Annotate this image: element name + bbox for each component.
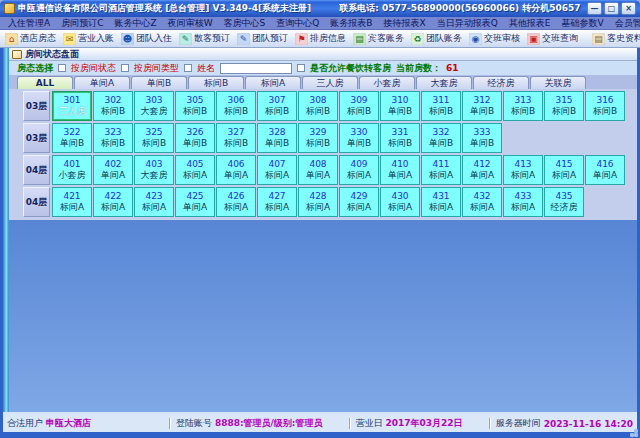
room-cell-401[interactable]: 401小套房 — [52, 155, 92, 185]
交班查询-button[interactable]: ▣交班查询 — [527, 32, 578, 45]
by-status-checkbox[interactable] — [58, 64, 66, 72]
交班审核-button[interactable]: ◉交班审核 — [469, 32, 520, 45]
room-cell-403[interactable]: 403大套房 — [134, 155, 174, 185]
room-cell-307[interactable]: 307标间B — [257, 91, 297, 121]
menu-item[interactable]: 入住管理A — [8, 17, 50, 30]
客史资料-button[interactable]: ▤客史资料 — [592, 32, 640, 45]
room-cell-402[interactable]: 402单间A — [93, 155, 133, 185]
room-cell-405[interactable]: 405标间A — [175, 155, 215, 185]
room-cell-305[interactable]: 305标间B — [175, 91, 215, 121]
minimize-button[interactable]: — — [587, 2, 602, 15]
room-cell-426[interactable]: 426标间A — [216, 187, 256, 217]
allow-dining-checkbox[interactable] — [297, 64, 305, 72]
room-type: 标间A — [265, 170, 289, 181]
room-cell-328[interactable]: 328单间B — [257, 123, 297, 153]
room-cell-303[interactable]: 303大套房 — [134, 91, 174, 121]
menu-item[interactable]: 账务中心Z — [114, 17, 156, 30]
menu-item[interactable]: 当日异动报表Q — [437, 17, 498, 30]
room-type-tab-小套房[interactable]: 小套房 — [359, 76, 415, 89]
room-cell-422[interactable]: 422标间A — [93, 187, 133, 217]
room-type-tab-经济房[interactable]: 经济房 — [473, 76, 529, 89]
room-type-tab-ALL[interactable]: ALL — [17, 76, 73, 89]
团队预订-button[interactable]: ✎团队预订 — [237, 32, 288, 45]
room-cell-406[interactable]: 406单间A — [216, 155, 256, 185]
room-cell-323[interactable]: 323标间B — [93, 123, 133, 153]
menu-item[interactable]: 夜间审核W — [168, 17, 213, 30]
room-cell-431[interactable]: 431标间A — [421, 187, 461, 217]
room-cell-308[interactable]: 308标间B — [298, 91, 338, 121]
menu-item[interactable]: 客房中心S — [224, 17, 266, 30]
name-checkbox[interactable] — [184, 64, 192, 72]
room-cell-332[interactable]: 332单间B — [421, 123, 461, 153]
guest-name-input[interactable] — [220, 63, 292, 74]
room-cell-416[interactable]: 416单间A — [585, 155, 625, 185]
room-cell-309[interactable]: 309标间B — [339, 91, 379, 121]
room-cell-408[interactable]: 408单间A — [298, 155, 338, 185]
营业入账-button[interactable]: ✉营业入账 — [63, 32, 114, 45]
maximize-button[interactable]: □ — [604, 2, 619, 15]
room-cell-333[interactable]: 333单间B — [462, 123, 502, 153]
room-cell-325[interactable]: 325标间B — [134, 123, 174, 153]
room-cell-433[interactable]: 433标间A — [503, 187, 543, 217]
room-cell-315[interactable]: 315标间B — [544, 91, 584, 121]
menu-item[interactable]: 基础参数V — [562, 17, 604, 30]
room-cell-409[interactable]: 409标间A — [339, 155, 379, 185]
room-board-tab[interactable]: 房间状态盘面 — [9, 48, 637, 61]
room-cell-423[interactable]: 423标间A — [134, 187, 174, 217]
room-cell-413[interactable]: 413标间A — [503, 155, 543, 185]
room-cell-331[interactable]: 331标间B — [380, 123, 420, 153]
room-number: 328 — [268, 127, 285, 138]
room-cell-312[interactable]: 312单间B — [462, 91, 502, 121]
room-cell-407[interactable]: 407标间A — [257, 155, 297, 185]
团队入住-button[interactable]: ☻团队入住 — [121, 32, 172, 45]
menu-item[interactable]: 会员管理E — [615, 17, 640, 30]
room-type: 标间A — [552, 170, 576, 181]
menu-item[interactable]: 账务报表B — [330, 17, 372, 30]
排房信息-button[interactable]: ⚑排房信息 — [295, 32, 346, 45]
宾客账务-button[interactable]: ▤宾客账务 — [353, 32, 404, 45]
group-booking-icon: ✎ — [237, 33, 250, 45]
room-cell-322[interactable]: 322单间B — [52, 123, 92, 153]
menu-item[interactable]: 查询中心Q — [276, 17, 319, 30]
room-cell-427[interactable]: 427标间A — [257, 187, 297, 217]
room-type-tab-单间A[interactable]: 单间A — [74, 76, 130, 89]
room-type-tab-单间B[interactable]: 单间B — [131, 76, 187, 89]
room-cell-410[interactable]: 410单间A — [380, 155, 420, 185]
room-cell-412[interactable]: 412单间A — [462, 155, 502, 185]
menu-item[interactable]: 其他报表E — [509, 17, 551, 30]
room-cell-301[interactable]: 301三人房 — [52, 91, 92, 121]
room-cell-313[interactable]: 313标间B — [503, 91, 543, 121]
resize-grip[interactable] — [634, 433, 638, 437]
room-cell-302[interactable]: 302标间B — [93, 91, 133, 121]
room-cell-326[interactable]: 326单间B — [175, 123, 215, 153]
room-type-tab-标间A[interactable]: 标间A — [245, 76, 301, 89]
散客预订-button[interactable]: ✎散客预订 — [179, 32, 230, 45]
room-cell-306[interactable]: 306标间B — [216, 91, 256, 121]
团队账务-button[interactable]: ♻团队账务 — [411, 32, 462, 45]
room-cell-421[interactable]: 421标间A — [52, 187, 92, 217]
room-cell-329[interactable]: 329标间B — [298, 123, 338, 153]
room-cell-430[interactable]: 430标间A — [380, 187, 420, 217]
room-cell-316[interactable]: 316标间B — [585, 91, 625, 121]
room-cell-429[interactable]: 429标间A — [339, 187, 379, 217]
menu-item[interactable]: 房间预订C — [61, 17, 103, 30]
room-type-tab-三人房[interactable]: 三人房 — [302, 76, 358, 89]
room-cell-425[interactable]: 425单间A — [175, 187, 215, 217]
room-type-tab-标间B[interactable]: 标间B — [188, 76, 244, 89]
room-cell-311[interactable]: 311标间B — [421, 91, 461, 121]
menu-item[interactable]: 接待报表X — [384, 17, 426, 30]
room-cell-428[interactable]: 428标间A — [298, 187, 338, 217]
酒店房态-button[interactable]: ⌂酒店房态 — [5, 32, 56, 45]
room-type-tab-关联房[interactable]: 关联房 — [530, 76, 586, 89]
room-cell-327[interactable]: 327标间B — [216, 123, 256, 153]
room-type: 标间A — [511, 170, 535, 181]
room-cell-415[interactable]: 415标间A — [544, 155, 584, 185]
room-cell-432[interactable]: 432标间A — [462, 187, 502, 217]
room-cell-411[interactable]: 411标间A — [421, 155, 461, 185]
room-type-tab-大套房[interactable]: 大套房 — [416, 76, 472, 89]
by-type-checkbox[interactable] — [121, 64, 129, 72]
room-cell-330[interactable]: 330单间B — [339, 123, 379, 153]
close-button[interactable]: × — [621, 2, 636, 15]
room-cell-310[interactable]: 310单间B — [380, 91, 420, 121]
room-cell-435[interactable]: 435经济房 — [544, 187, 584, 217]
